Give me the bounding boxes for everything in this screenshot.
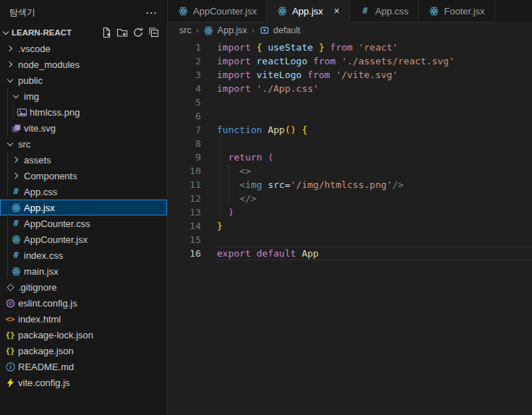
- line-number[interactable]: 3: [168, 68, 201, 82]
- explorer-actions: [100, 26, 167, 39]
- line-number[interactable]: 9: [168, 150, 201, 164]
- code-editor[interactable]: 1import { useState } from 'react'2import…: [168, 38, 532, 260]
- tree-item-main.jsx[interactable]: main.jsx: [0, 263, 167, 279]
- folder-chevron: [4, 59, 16, 70]
- code-line-text: import './App.css': [201, 82, 319, 95]
- editor-area: AppCounter.jsxApp.jsx×#App.cssFooter.jsx…: [167, 0, 532, 415]
- tree-item-eslint.config.js[interactable]: eslint.config.js: [0, 295, 167, 311]
- react-icon: [177, 5, 189, 17]
- tree-item-label: vite.config.js: [18, 377, 70, 388]
- tree-item-node_modules[interactable]: node_modules: [0, 56, 167, 72]
- code-line-9[interactable]: 9 return (: [168, 150, 532, 164]
- explorer-title: 탐색기: [9, 7, 35, 19]
- code-line-6[interactable]: 6: [168, 109, 532, 123]
- line-number[interactable]: 13: [168, 205, 201, 219]
- tree-item-label: node_modules: [18, 59, 80, 70]
- close-icon[interactable]: ×: [334, 6, 340, 16]
- line-number[interactable]: 1: [168, 40, 201, 54]
- line-number[interactable]: 7: [168, 123, 201, 137]
- line-number[interactable]: 6: [168, 109, 201, 123]
- code-line-2[interactable]: 2import reactLogo from './assets/react.s…: [168, 54, 532, 68]
- code-line-16[interactable]: 16export default App: [168, 247, 532, 260]
- tree-item-App.css[interactable]: #App.css: [0, 184, 167, 200]
- tab-App.css[interactable]: #App.css: [350, 0, 419, 22]
- workspace-section-header[interactable]: LEARN-REACT: [0, 25, 167, 40]
- code-line-8[interactable]: 8: [168, 137, 532, 150]
- tree-item-assets[interactable]: assets: [0, 152, 167, 168]
- tree-item-label: package-lock.json: [18, 330, 93, 341]
- line-number[interactable]: 2: [168, 54, 201, 68]
- code-line-1[interactable]: 1import { useState } from 'react': [168, 40, 532, 54]
- tree-indent-guide: [7, 168, 8, 184]
- tree-item-label: AppCounter.jsx: [24, 234, 87, 245]
- code-line-text: export default App: [201, 247, 319, 260]
- code-line-text: [201, 137, 217, 150]
- tree-item-index.css[interactable]: #index.css: [0, 247, 167, 263]
- line-number[interactable]: 15: [168, 233, 201, 247]
- tab-AppCounter.jsx[interactable]: AppCounter.jsx: [168, 0, 267, 22]
- react-icon: [203, 25, 215, 36]
- breadcrumb-item-App.jsx[interactable]: App.jsx: [203, 25, 247, 36]
- refresh-button[interactable]: [132, 26, 145, 39]
- tree-indent-guide: [7, 231, 8, 247]
- tree-item-README.md[interactable]: README.md: [0, 359, 167, 375]
- code-line-text: [201, 109, 217, 123]
- tree-item-.vscode[interactable]: .vscode: [0, 40, 167, 56]
- tree-item-Components[interactable]: Components: [0, 168, 167, 184]
- code-line-text: ): [201, 205, 233, 219]
- code-line-7[interactable]: 7function App() {: [168, 123, 532, 137]
- tree-item-package-lock.json[interactable]: {}package-lock.json: [0, 327, 167, 343]
- tree-item-index.html[interactable]: <>index.html: [0, 311, 167, 327]
- tree-item-App.jsx[interactable]: App.jsx: [0, 200, 167, 215]
- collapse-all-button[interactable]: [147, 26, 160, 39]
- line-number[interactable]: 11: [168, 178, 201, 192]
- tab-Footer.jsx[interactable]: Footer.jsx: [419, 0, 494, 22]
- line-number[interactable]: 12: [168, 192, 201, 205]
- code-line-14[interactable]: 14}: [168, 219, 532, 233]
- line-number[interactable]: 8: [168, 137, 201, 150]
- tree-item-.gitignore[interactable]: .gitignore: [0, 279, 167, 295]
- tree-item-img[interactable]: img: [0, 88, 167, 104]
- breadcrumb-item-default[interactable]: default: [259, 25, 301, 36]
- css-icon: #: [10, 186, 22, 197]
- tab-bar: AppCounter.jsxApp.jsx×#App.cssFooter.jsx: [168, 0, 532, 22]
- tree-item-htmlcss.png[interactable]: htmlcss.png: [0, 104, 167, 120]
- tree-item-label: .vscode: [18, 43, 51, 54]
- code-line-13[interactable]: 13 ): [168, 205, 532, 219]
- tree-item-src[interactable]: src: [0, 136, 167, 152]
- code-line-3[interactable]: 3import viteLogo from '/vite.svg': [168, 68, 532, 82]
- code-line-4[interactable]: 4import './App.css': [168, 82, 532, 95]
- code-line-text: [201, 95, 217, 109]
- code-line-11[interactable]: 11 <img src='/img/htmlcss.png'/>: [168, 178, 532, 192]
- folder-chevron: [10, 154, 22, 166]
- tree-indent-guide: [7, 88, 8, 104]
- tree-indent-guide: [13, 104, 14, 120]
- tree-item-package.json[interactable]: {}package.json: [0, 343, 167, 359]
- tree-item-label: AppCounter.css: [24, 218, 90, 229]
- tree-item-AppCounter.jsx[interactable]: AppCounter.jsx: [0, 231, 167, 247]
- line-number[interactable]: 14: [168, 219, 201, 233]
- tree-item-public[interactable]: public: [0, 72, 167, 88]
- line-number[interactable]: 4: [168, 82, 201, 95]
- tab-App.jsx[interactable]: App.jsx×: [267, 0, 350, 22]
- tree-indent-guide: [7, 247, 8, 263]
- chevron-right-icon: [7, 46, 12, 51]
- code-line-text: import reactLogo from './assets/react.sv…: [201, 54, 455, 68]
- code-line-5[interactable]: 5: [168, 95, 532, 109]
- new-folder-button[interactable]: [116, 26, 129, 39]
- more-actions-icon[interactable]: ···: [146, 7, 158, 18]
- line-number[interactable]: 5: [168, 95, 201, 109]
- tree-item-vite.config.js[interactable]: vite.config.js: [0, 375, 167, 390]
- new-file-button[interactable]: [100, 26, 113, 39]
- code-line-15[interactable]: 15: [168, 233, 532, 247]
- code-line-12[interactable]: 12 </>: [168, 192, 532, 205]
- line-number[interactable]: 16: [168, 247, 201, 260]
- code-line-10[interactable]: 10 <>: [168, 164, 532, 178]
- refresh-icon: [132, 27, 144, 38]
- breadcrumb-item-src[interactable]: src: [179, 25, 192, 35]
- line-number[interactable]: 10: [168, 164, 201, 178]
- file-icon-slot: <>: [4, 313, 16, 325]
- tree-item-AppCounter.css[interactable]: #AppCounter.css: [0, 215, 167, 231]
- breadcrumb: src›App.jsx›default: [168, 22, 532, 38]
- tree-item-vite.svg[interactable]: vite.svg: [0, 120, 167, 136]
